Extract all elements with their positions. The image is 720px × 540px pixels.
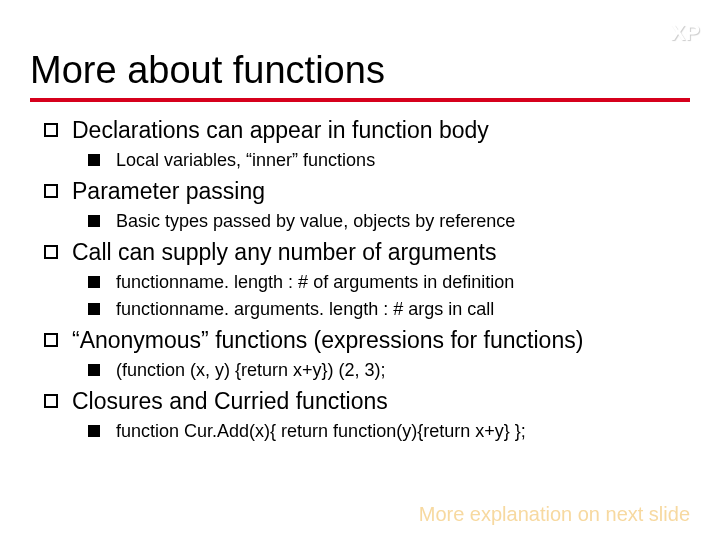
sub-bullet-text: Local variables, “inner” functions bbox=[116, 149, 375, 172]
bullet-text: Call can supply any number of arguments bbox=[72, 238, 496, 267]
corner-label: XP bbox=[671, 20, 700, 46]
hollow-square-icon bbox=[44, 123, 58, 137]
sub-bullet-text: function Cur.Add(x){ return function(y){… bbox=[116, 420, 526, 443]
sub-bullet-list: (function (x, y) {return x+y}) (2, 3); bbox=[44, 359, 690, 382]
hollow-square-icon bbox=[44, 394, 58, 408]
bullet-level1: Parameter passing bbox=[44, 177, 690, 206]
sub-bullet-list: functionname. length : # of arguments in… bbox=[44, 271, 690, 320]
sub-bullet-text: Basic types passed by value, objects by … bbox=[116, 210, 515, 233]
bullet-text: “Anonymous” functions (expressions for f… bbox=[72, 326, 583, 355]
bullet-level2: functionname. arguments. length : # args… bbox=[88, 298, 690, 321]
bullet-list: Declarations can appear in function body… bbox=[30, 116, 690, 443]
bullet-level1: Call can supply any number of arguments bbox=[44, 238, 690, 267]
bullet-level1: Closures and Curried functions bbox=[44, 387, 690, 416]
filled-square-icon bbox=[88, 215, 100, 227]
sub-bullet-list: Local variables, “inner” functions bbox=[44, 149, 690, 172]
sub-bullet-text: functionname. arguments. length : # args… bbox=[116, 298, 494, 321]
filled-square-icon bbox=[88, 276, 100, 288]
bullet-text: Closures and Curried functions bbox=[72, 387, 388, 416]
hollow-square-icon bbox=[44, 245, 58, 259]
bullet-text: Declarations can appear in function body bbox=[72, 116, 489, 145]
filled-square-icon bbox=[88, 364, 100, 376]
bullet-level2: functionname. length : # of arguments in… bbox=[88, 271, 690, 294]
sub-bullet-text: functionname. length : # of arguments in… bbox=[116, 271, 514, 294]
bullet-level2: function Cur.Add(x){ return function(y){… bbox=[88, 420, 690, 443]
bullet-level1: “Anonymous” functions (expressions for f… bbox=[44, 326, 690, 355]
bullet-level1: Declarations can appear in function body bbox=[44, 116, 690, 145]
filled-square-icon bbox=[88, 303, 100, 315]
sub-bullet-list: Basic types passed by value, objects by … bbox=[44, 210, 690, 233]
bullet-level2: (function (x, y) {return x+y}) (2, 3); bbox=[88, 359, 690, 382]
bullet-text: Parameter passing bbox=[72, 177, 265, 206]
filled-square-icon bbox=[88, 425, 100, 437]
slide-content: More about functions Declarations can ap… bbox=[0, 0, 720, 443]
bullet-level2: Local variables, “inner” functions bbox=[88, 149, 690, 172]
sub-bullet-text: (function (x, y) {return x+y}) (2, 3); bbox=[116, 359, 386, 382]
sub-bullet-list: function Cur.Add(x){ return function(y){… bbox=[44, 420, 690, 443]
footnote: More explanation on next slide bbox=[419, 503, 690, 526]
filled-square-icon bbox=[88, 154, 100, 166]
bullet-level2: Basic types passed by value, objects by … bbox=[88, 210, 690, 233]
hollow-square-icon bbox=[44, 184, 58, 198]
hollow-square-icon bbox=[44, 333, 58, 347]
slide-title: More about functions bbox=[30, 50, 690, 102]
